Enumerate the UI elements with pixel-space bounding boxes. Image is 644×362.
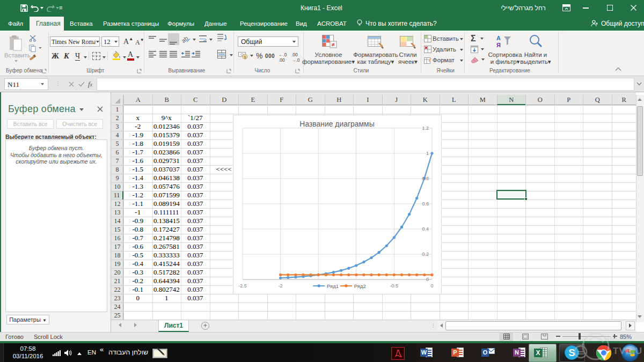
svg-text:0: 0 bbox=[426, 277, 429, 282]
svg-text:0.4: 0.4 bbox=[422, 226, 429, 232]
svg-text:1.2: 1.2 bbox=[422, 125, 429, 131]
svg-text:0.8: 0.8 bbox=[422, 176, 429, 181]
svg-text:$: $ bbox=[244, 55, 246, 59]
svg-text:ONLINE: ONLINE bbox=[604, 335, 633, 343]
svg-text:Ряд1: Ряд1 bbox=[327, 283, 339, 289]
svg-text:0.2: 0.2 bbox=[422, 252, 429, 257]
svg-text:-2: -2 bbox=[279, 283, 283, 289]
svg-text:1: 1 bbox=[426, 151, 429, 156]
svg-text:Я: Я bbox=[496, 42, 501, 48]
svg-text:≠: ≠ bbox=[332, 41, 335, 48]
svg-text:-0.5: -0.5 bbox=[390, 283, 398, 289]
svg-text:-2.5: -2.5 bbox=[238, 283, 246, 289]
svg-text:0.6: 0.6 bbox=[422, 201, 429, 206]
svg-text:0: 0 bbox=[430, 283, 433, 289]
svg-text:Название диаграммы: Название диаграммы bbox=[299, 120, 374, 128]
svg-text:Ряд2: Ряд2 bbox=[354, 283, 366, 289]
svg-text:А: А bbox=[496, 35, 501, 41]
svg-text:ab: ab bbox=[182, 35, 189, 43]
svg-text:TVE.U: TVE.U bbox=[613, 346, 642, 356]
